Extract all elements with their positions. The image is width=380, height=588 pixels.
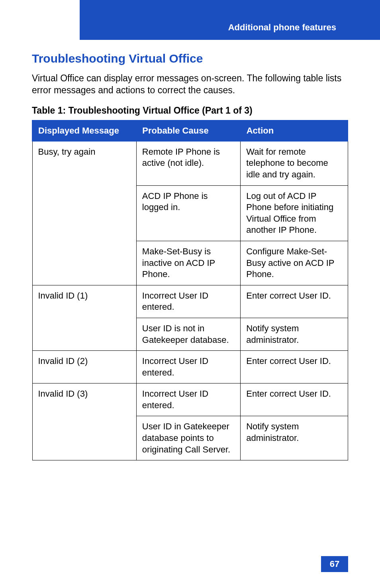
cell-message: Busy, try again (32, 141, 136, 285)
col-header-message: Displayed Message (32, 120, 136, 141)
table-row: Invalid ID (3) Incorrect User ID entered… (32, 383, 348, 416)
troubleshooting-table: Displayed Message Probable Cause Action … (32, 120, 348, 460)
table-caption: Table 1: Troubleshooting Virtual Office … (32, 105, 348, 116)
section-title: Additional phone features (228, 22, 336, 33)
cell-cause: User ID is not in Gatekeeper database. (136, 318, 240, 350)
table-header-row: Displayed Message Probable Cause Action (32, 120, 348, 141)
cell-cause: User ID in Gatekeeper database points to… (136, 416, 240, 460)
table-row: Invalid ID (1) Incorrect User ID entered… (32, 285, 348, 318)
page-number: 67 (321, 556, 348, 572)
document-header-bar: Additional phone features (80, 0, 380, 40)
cell-action: Enter correct User ID. (241, 383, 348, 416)
cell-message: Invalid ID (2) (32, 351, 136, 383)
table-row: Invalid ID (2) Incorrect User ID entered… (32, 351, 348, 383)
cell-action: Log out of ACD IP Phone before initiatin… (241, 185, 348, 241)
page-heading: Troubleshooting Virtual Office (32, 52, 348, 65)
cell-action: Notify system administrator. (241, 416, 348, 460)
cell-cause: Incorrect User ID entered. (136, 383, 240, 416)
cell-action: Enter correct User ID. (241, 285, 348, 318)
table-row: Busy, try again Remote IP Phone is activ… (32, 141, 348, 185)
cell-cause: ACD IP Phone is logged in. (136, 185, 240, 241)
page-content: Troubleshooting Virtual Office Virtual O… (32, 48, 348, 460)
cell-action: Notify system administrator. (241, 318, 348, 350)
cell-message: Invalid ID (3) (32, 383, 136, 460)
col-header-cause: Probable Cause (136, 120, 240, 141)
cell-message: Invalid ID (1) (32, 285, 136, 350)
cell-action: Configure Make-Set-Busy active on ACD IP… (241, 241, 348, 285)
cell-cause: Remote IP Phone is active (not idle). (136, 141, 240, 185)
cell-cause: Incorrect User ID entered. (136, 285, 240, 318)
cell-action: Enter correct User ID. (241, 351, 348, 383)
cell-action: Wait for remote telephone to become idle… (241, 141, 348, 185)
cell-cause: Incorrect User ID entered. (136, 351, 240, 383)
col-header-action: Action (241, 120, 348, 141)
intro-paragraph: Virtual Office can display error message… (32, 73, 348, 96)
cell-cause: Make-Set-Busy is inactive on ACD IP Phon… (136, 241, 240, 285)
